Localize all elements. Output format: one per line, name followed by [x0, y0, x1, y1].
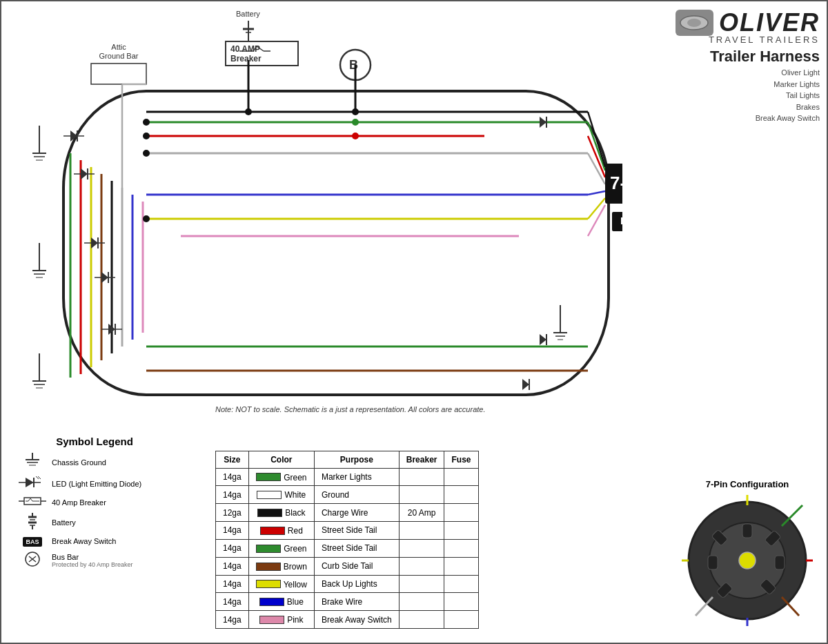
cell-size: 14ga: [216, 486, 249, 504]
color-name: Black: [285, 508, 305, 518]
svg-rect-137: [775, 556, 785, 569]
svg-text:Attic: Attic: [111, 43, 126, 51]
wire-table: Size Color Purpose Breaker Fuse 14gaGree…: [215, 451, 479, 629]
color-name: White: [284, 490, 306, 500]
header-legend-list: Oliver Light Marker Lights Tail Lights B…: [676, 67, 820, 124]
svg-marker-63: [540, 117, 546, 128]
header: OLIVER TRAVEL TRAILERS Trailer Harness O…: [676, 8, 820, 124]
note-text: Note: NOT to scale. Schematic is a just …: [215, 405, 485, 413]
color-name: Green: [284, 544, 306, 554]
trailer-harness-title: Trailer Harness: [676, 48, 820, 66]
svg-marker-111: [26, 478, 34, 487]
cell-purpose: Street Side Tail: [314, 522, 399, 540]
cell-purpose: Curb Side Tail: [314, 557, 399, 575]
pin-config-diagram: [682, 495, 813, 626]
cell-color: Black: [248, 504, 314, 522]
cell-color: Green: [248, 468, 314, 486]
svg-point-70: [143, 133, 150, 139]
pin-config-title: 7-Pin Configuration: [682, 479, 813, 489]
bas-icon: BAS: [19, 536, 46, 547]
table-header-color: Color: [248, 451, 314, 468]
cell-fuse: [444, 557, 478, 575]
cell-purpose: Street Side Tail: [314, 539, 399, 557]
legend-chassis-ground: Chassis Ground: [19, 453, 170, 471]
color-swatch: [259, 616, 284, 624]
svg-point-104: [352, 133, 359, 139]
color-swatch: [259, 598, 284, 606]
svg-point-134: [739, 552, 756, 569]
legend-bus-bar: Bus Bar Protected by 40 Amp Breaker: [19, 551, 170, 569]
cell-fuse: [444, 575, 478, 593]
cell-fuse: [444, 539, 478, 557]
table-row: 14gaYellowBack Up Lights: [216, 575, 479, 593]
cell-color: Green: [248, 539, 314, 557]
table-header-size: Size: [216, 451, 249, 468]
table-row: 14gaBlueBrake Wire: [216, 593, 479, 611]
oliver-logo-icon: [676, 10, 713, 36]
cell-color: Brown: [248, 557, 314, 575]
cell-size: 14ga: [216, 611, 249, 629]
svg-point-71: [143, 150, 150, 157]
svg-text:Battery: Battery: [236, 10, 260, 18]
svg-marker-65: [540, 334, 546, 345]
legend-marker-lights: Marker Lights: [676, 79, 820, 90]
svg-line-73: [588, 122, 605, 170]
bus-bar-icon: [19, 551, 46, 569]
color-name: Red: [288, 526, 303, 536]
table-row: 14gaPinkBreak Away Switch: [216, 611, 479, 629]
color-swatch: [256, 545, 281, 553]
travel-trailers-text: TRAVEL TRAILERS: [676, 35, 820, 45]
cell-purpose: Marker Lights: [314, 468, 399, 486]
amp-breaker-label: 40 Amp Breaker: [52, 498, 106, 507]
cell-color: Blue: [248, 593, 314, 611]
svg-rect-140: [708, 556, 718, 569]
bus-bar-label: Bus Bar: [52, 553, 133, 561]
color-swatch: [260, 527, 285, 535]
cell-fuse: [444, 504, 478, 522]
table-header-fuse: Fuse: [444, 451, 478, 468]
cell-fuse: [444, 522, 478, 540]
cell-fuse: [444, 593, 478, 611]
led-icon: [19, 476, 46, 491]
cell-breaker: [399, 468, 444, 486]
cell-breaker: [399, 539, 444, 557]
main-container: OLIVER TRAVEL TRAILERS Trailer Harness O…: [0, 0, 828, 644]
symbol-legend-title: Symbol Legend: [19, 436, 170, 447]
svg-rect-21: [91, 64, 146, 84]
legend-40amp-breaker: 40 Amp Breaker: [19, 496, 170, 509]
svg-text:Ground Bar: Ground Bar: [99, 52, 139, 60]
cell-purpose: Brake Wire: [314, 593, 399, 611]
svg-text:BAS: BAS: [620, 215, 622, 226]
cell-breaker: [399, 557, 444, 575]
cell-size: 14ga: [216, 468, 249, 486]
cell-size: 14ga: [216, 593, 249, 611]
cell-color: Pink: [248, 611, 314, 629]
legend-oliver-light: Oliver Light: [676, 67, 820, 79]
cell-breaker: 20 Amp: [399, 504, 444, 522]
svg-point-1: [687, 19, 701, 27]
cell-fuse: [444, 486, 478, 504]
cell-purpose: Charge Wire: [314, 504, 399, 522]
cell-breaker: [399, 486, 444, 504]
svg-text:40 AMP: 40 AMP: [230, 44, 260, 54]
table-row: 14gaWhiteGround: [216, 486, 479, 504]
wire-table-body: 14gaGreenMarker Lights14gaWhiteGround12g…: [216, 468, 479, 628]
color-swatch: [257, 491, 282, 499]
bus-bar-label-group: Bus Bar Protected by 40 Amp Breaker: [52, 553, 133, 568]
svg-line-76: [588, 191, 605, 195]
legend-break-away: Break Away Switch: [676, 113, 820, 124]
chassis-ground-icon: [19, 453, 46, 471]
color-swatch: [256, 563, 281, 571]
legend-tail-lights: Tail Lights: [676, 90, 820, 101]
table-row: 12gaBlackCharge Wire20 Amp: [216, 504, 479, 522]
cell-breaker: [399, 522, 444, 540]
bus-bar-sublabel: Protected by 40 Amp Breaker: [52, 561, 133, 568]
cell-purpose: Ground: [314, 486, 399, 504]
cell-color: White: [248, 486, 314, 504]
color-name: Brown: [284, 562, 307, 572]
svg-point-69: [143, 119, 150, 126]
svg-marker-47: [81, 168, 88, 179]
svg-text:B: B: [349, 58, 358, 72]
table-row: 14gaGreenStreet Side Tail: [216, 539, 479, 557]
pin-config: 7-Pin Configuration: [682, 479, 813, 629]
